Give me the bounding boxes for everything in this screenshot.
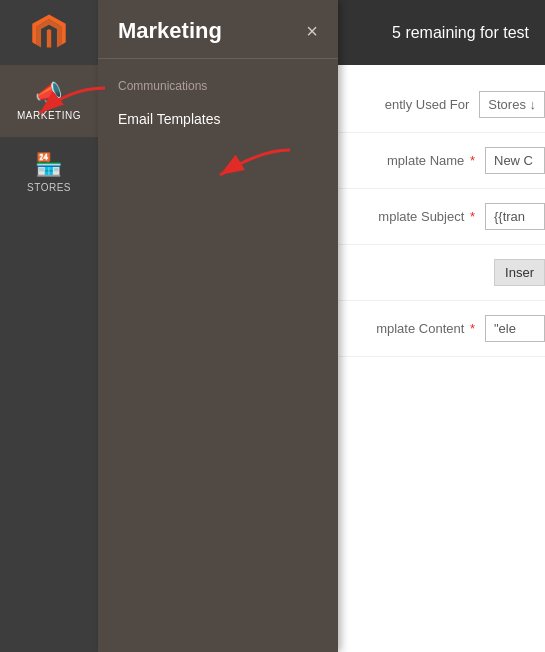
template-subject-row: mplate Subject * {{tran [338, 189, 545, 245]
sidebar-logo [0, 0, 98, 65]
stores-icon: 🏪 [35, 154, 63, 176]
right-background-panel: ently Used For Stores ↓ mplate Name * Ne… [338, 65, 545, 652]
template-subject-input[interactable]: {{tran [485, 203, 545, 230]
sidebar-item-stores-label: STORES [27, 182, 71, 193]
communications-section-label: Communications [98, 59, 338, 101]
currently-used-for-label: ently Used For [338, 97, 479, 112]
megamenu-title: Marketing [118, 18, 222, 44]
sidebar-item-marketing[interactable]: 📣 MARKETING [0, 65, 98, 137]
megamenu-close-button[interactable]: × [306, 21, 318, 41]
megamenu-item-email-templates[interactable]: Email Templates [98, 101, 338, 137]
sidebar: 📣 MARKETING 🏪 STORES [0, 0, 98, 652]
sidebar-item-stores[interactable]: 🏪 STORES [0, 137, 98, 209]
required-star-3: * [470, 321, 475, 336]
insert-button[interactable]: Inser [494, 259, 545, 286]
notification-text: 5 remaining for test [392, 24, 529, 42]
email-templates-label: Email Templates [118, 111, 220, 127]
template-name-row: mplate Name * New C [338, 133, 545, 189]
template-content-label: mplate Content * [338, 321, 485, 336]
template-name-label: mplate Name * [338, 153, 485, 168]
template-content-row: mplate Content * "ele [338, 301, 545, 357]
required-star: * [470, 153, 475, 168]
insert-row: Inser [338, 245, 545, 301]
template-name-input[interactable]: New C [485, 147, 545, 174]
sidebar-item-marketing-label: MARKETING [17, 110, 81, 121]
template-content-input[interactable]: "ele [485, 315, 545, 342]
template-subject-label: mplate Subject * [338, 209, 485, 224]
stores-value: Stores ↓ [479, 91, 545, 118]
megamenu-panel: Marketing × Communications Email Templat… [98, 0, 338, 652]
required-star-2: * [470, 209, 475, 224]
megamenu-header: Marketing × [98, 0, 338, 59]
currently-used-for-row: ently Used For Stores ↓ [338, 77, 545, 133]
magento-logo-icon [27, 11, 71, 55]
marketing-icon: 📣 [35, 82, 63, 104]
